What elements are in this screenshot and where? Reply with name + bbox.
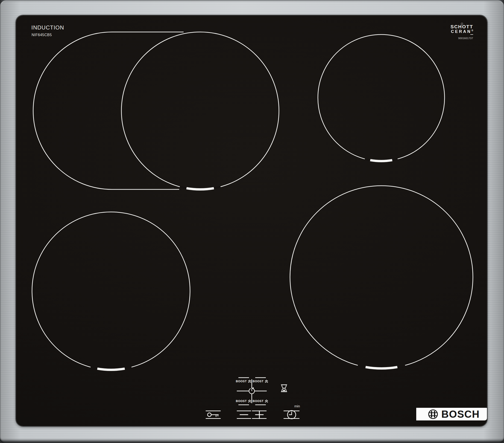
zone-front-right: [290, 186, 473, 368]
glass-code-label: 9001601737: [445, 37, 473, 40]
power-decrease-button[interactable]: [237, 410, 251, 419]
zone-rear-right: [318, 34, 445, 161]
double-chevron-up-icon: [248, 380, 252, 383]
zone-select-rear-right-boost[interactable]: BOOST: [253, 380, 268, 383]
zone-rear-left-dual: [33, 32, 279, 189]
schott-ring-icon: [461, 23, 463, 25]
induction-hob: INDUCTION NIF645CB5 SCHOTT CERAN® 900160…: [0, 0, 504, 443]
bosch-armature-icon: [428, 409, 438, 420]
key-icon: [207, 412, 220, 418]
minus-icon: [239, 410, 249, 419]
timer-unit-label: min: [288, 404, 300, 408]
double-chevron-up-icon: [265, 399, 268, 403]
pan-alignment-notch: [366, 367, 397, 368]
pan-alignment-notch: [370, 160, 392, 161]
double-chevron-up-icon: [248, 399, 252, 403]
schott-wordmark: SCHOTT: [445, 24, 473, 29]
hourglass-icon: [281, 385, 287, 392]
zone-select-rear-left-boost[interactable]: BOOST: [236, 380, 252, 383]
pan-alignment-notch: [97, 369, 125, 370]
logo-underline: [470, 34, 473, 35]
glass-markings: [0, 0, 504, 443]
plus-icon: [255, 410, 264, 419]
model-number-label: NIF645CB5: [32, 33, 52, 37]
power-increase-button[interactable]: [252, 410, 267, 419]
pan-alignment-notch: [187, 188, 214, 189]
registered-mark: ®: [471, 29, 473, 32]
bosch-logo-band: BOSCH: [416, 408, 487, 420]
timer-button[interactable]: [284, 410, 299, 419]
schott-ceran-logo: SCHOTT CERAN®: [445, 24, 473, 34]
ceran-wordmark: CERAN®: [445, 30, 473, 34]
clock-icon: [287, 410, 296, 420]
zone-select-front-right-boost[interactable]: BOOST: [253, 399, 268, 403]
timer-reset-icon: [249, 387, 254, 394]
zone-front-left: [32, 212, 190, 370]
frame-bottom-bevel: [0, 438, 504, 443]
child-lock-button[interactable]: [206, 410, 221, 419]
zone-select-front-left-boost[interactable]: BOOST: [236, 399, 252, 403]
double-chevron-up-icon: [265, 380, 268, 383]
product-type-label: INDUCTION: [31, 24, 64, 31]
bosch-wordmark: BOSCH: [441, 409, 480, 419]
